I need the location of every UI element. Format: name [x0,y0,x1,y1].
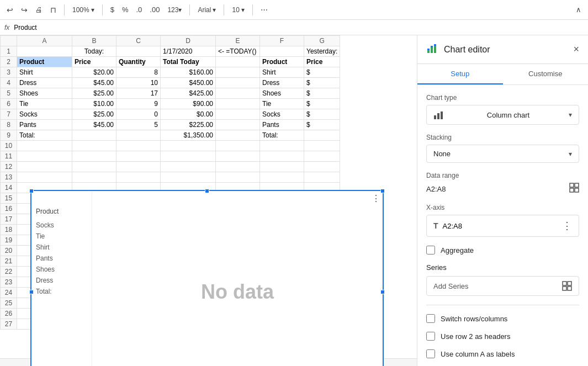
col-header-e[interactable]: E [216,36,260,46]
print-button[interactable]: 🖨 [33,4,45,15]
cell-g2[interactable]: Price [304,57,340,67]
aggregate-checkbox[interactable] [426,246,435,254]
cell-b9[interactable] [72,130,116,141]
cell-b5[interactable]: $25.00 [72,88,116,99]
cell-b8[interactable]: $45.00 [72,120,116,130]
cell-d6[interactable]: $90.00 [161,99,216,109]
cell-e6[interactable] [216,99,260,109]
redo-button[interactable]: ↪ [19,4,30,15]
cell-a13[interactable] [17,172,72,183]
col-header-d[interactable]: D [161,36,216,46]
cell-c2[interactable]: Quantity [116,57,161,67]
cell-b13[interactable] [72,172,116,183]
currency-button[interactable]: $ [108,4,116,15]
cell-d11[interactable] [161,151,216,162]
cell-c8[interactable]: 5 [116,120,161,130]
percent-button[interactable]: % [120,4,131,15]
decimal-less-button[interactable]: .0 [134,4,145,15]
col-header-b[interactable]: B [72,36,116,46]
cell-d13[interactable] [161,172,216,183]
cell-c9[interactable] [116,130,161,141]
cell-f8[interactable]: Pants [260,120,304,130]
resize-handle-mr[interactable] [380,290,385,294]
cell-e2[interactable] [216,57,260,67]
chart-type-dropdown[interactable]: Column chart ▾ [426,105,579,125]
editor-close-button[interactable]: × [573,44,579,55]
cell-a8[interactable]: Pants [17,120,72,130]
cell-f7[interactable]: Socks [260,109,304,120]
add-series-button[interactable]: Add Series [426,276,579,296]
cell-a3[interactable]: Shirt [17,67,72,78]
cell-b7[interactable]: $25.00 [72,109,116,120]
cell-b3[interactable]: $20.00 [72,67,116,78]
stacking-dropdown[interactable]: None ▾ [426,145,579,163]
cell-a6[interactable]: Tie [17,99,72,109]
col-header-f[interactable]: F [260,36,304,46]
cell-a10[interactable] [17,141,72,151]
cell-f1[interactable] [260,46,304,57]
cell-g7[interactable]: $ [304,109,340,120]
cell-g4[interactable]: $ [304,78,340,88]
font-size-dropdown[interactable]: 10 ▾ [230,5,246,15]
cell-e4[interactable] [216,78,260,88]
cell-f11[interactable] [260,151,304,162]
resize-handle-ml[interactable] [29,290,34,294]
cell-b11[interactable] [72,151,116,162]
cell-c7[interactable]: 0 [116,109,161,120]
use-col-a-labels-checkbox[interactable] [426,349,435,358]
switch-rows-cols-checkbox[interactable] [426,314,435,323]
cell-b12[interactable] [72,162,116,172]
cell-c10[interactable] [116,141,161,151]
zoom-dropdown[interactable]: 100% ▾ [70,5,97,15]
format-paint-button[interactable]: ⊓ [48,4,59,15]
cell-e10[interactable] [216,141,260,151]
resize-handle-tr[interactable] [380,189,385,193]
cell-c1[interactable] [116,46,161,57]
cell-d2[interactable]: Total Today [161,57,216,67]
cell-c11[interactable] [116,151,161,162]
cell-f12[interactable] [260,162,304,172]
cell-f6[interactable]: Tie [260,99,304,109]
cell-e7[interactable] [216,109,260,120]
use-col-a-labels-label[interactable]: Use column A as labels [441,350,515,358]
cell-g13[interactable] [304,172,340,183]
col-header-a[interactable]: A [17,36,72,46]
use-row2-headers-checkbox[interactable] [426,332,435,341]
format-number-dropdown[interactable]: 123▾ [165,5,184,15]
cell-g5[interactable]: $ [304,88,340,99]
cell-d1[interactable]: 1/17/2020 [161,46,216,57]
data-range-grid-button[interactable] [569,183,579,195]
cell-b10[interactable] [72,141,116,151]
cell-d3[interactable]: $160.00 [161,67,216,78]
cell-g10[interactable] [304,141,340,151]
cell-a11[interactable] [17,151,72,162]
cell-d12[interactable] [161,162,216,172]
cell-b2[interactable]: Price [72,57,116,67]
cell-f9[interactable]: Total: [260,130,304,141]
cell-d10[interactable] [161,141,216,151]
cell-c13[interactable] [116,172,161,183]
cell-a12[interactable] [17,162,72,172]
cell-a2[interactable]: Product [17,57,72,67]
cell-a4[interactable]: Dress [17,78,72,88]
cell-c4[interactable]: 10 [116,78,161,88]
cell-b4[interactable]: $45.00 [72,78,116,88]
resize-handle-tc[interactable] [205,189,209,193]
cell-e8[interactable] [216,120,260,130]
cell-a5[interactable]: Shoes [17,88,72,99]
cell-c12[interactable] [116,162,161,172]
more-options-button[interactable]: ⋯ [258,4,270,15]
cell-e11[interactable] [216,151,260,162]
x-axis-more-button[interactable]: ⋮ [562,220,572,232]
col-header-c[interactable]: C [116,36,161,46]
font-dropdown[interactable]: Arial ▾ [195,5,218,15]
cell-b6[interactable]: $10.00 [72,99,116,109]
cell-g6[interactable]: $ [304,99,340,109]
aggregate-label[interactable]: Aggregate [441,246,474,254]
cell-d9[interactable]: $1,350.00 [161,130,216,141]
cell-f10[interactable] [260,141,304,151]
cell-e3[interactable] [216,67,260,78]
cell-d7[interactable]: $0.00 [161,109,216,120]
resize-handle-tl[interactable] [29,189,34,193]
cell-c3[interactable]: 8 [116,67,161,78]
